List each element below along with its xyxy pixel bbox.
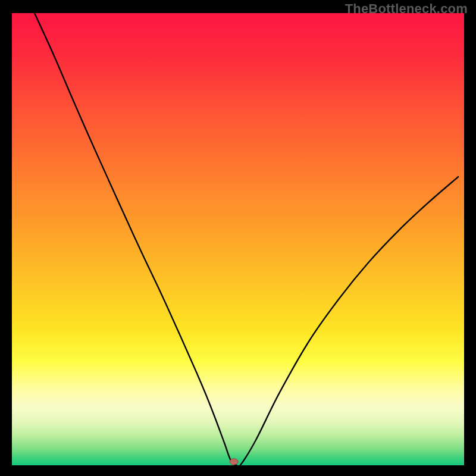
minimum-marker	[230, 459, 238, 465]
chart-frame: TheBottleneck.com	[0, 0, 476, 476]
plot-area	[12, 13, 464, 465]
watermark-label: TheBottleneck.com	[345, 1, 468, 17]
background-rect	[12, 13, 464, 465]
plot-svg	[12, 13, 464, 465]
